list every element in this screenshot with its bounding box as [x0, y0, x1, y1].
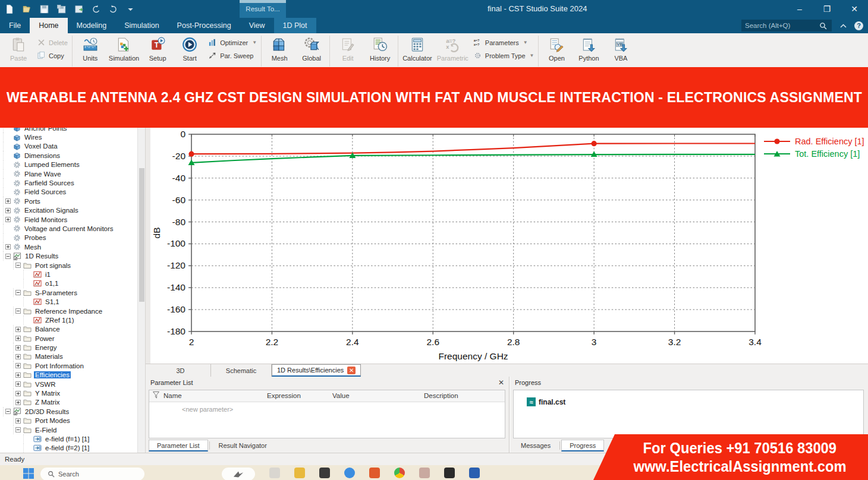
- column-header-name[interactable]: Name: [163, 392, 182, 399]
- expand-icon[interactable]: [5, 198, 11, 204]
- undo-icon[interactable]: [90, 3, 102, 15]
- new-parameter-row[interactable]: <new parameter>: [182, 406, 233, 413]
- tree-item-ports[interactable]: Ports: [0, 197, 137, 206]
- tree-item-z-matrix[interactable]: Z Matrix: [0, 398, 137, 407]
- calculator-button[interactable]: Calculator: [400, 35, 435, 67]
- tab-view[interactable]: View: [240, 18, 274, 33]
- optimizer-button[interactable]: Optimizer▼: [206, 37, 259, 48]
- search-icon[interactable]: [817, 20, 828, 31]
- tree-item-probes[interactable]: Probes: [0, 233, 137, 242]
- app-blue-square-icon[interactable]: [469, 468, 480, 480]
- collapse-icon[interactable]: [5, 254, 11, 259]
- collapse-icon[interactable]: [15, 290, 21, 295]
- tree-item-vswr[interactable]: VSWR: [0, 380, 137, 389]
- bird-app-icon[interactable]: [222, 468, 255, 480]
- tree-item-port-signals[interactable]: Port signals: [0, 261, 137, 270]
- par-sweep-button[interactable]: Par. Sweep: [206, 50, 259, 61]
- tree-item-lumped-elements[interactable]: Lumped Elements: [0, 160, 137, 169]
- column-header-expression[interactable]: Expression: [267, 392, 301, 399]
- tree-item-materials[interactable]: Materials: [0, 352, 137, 361]
- copy-button[interactable]: Copy: [34, 50, 70, 61]
- progress-project-item[interactable]: ≈ final.cst: [527, 397, 565, 406]
- contextual-tab-group[interactable]: Result To...: [240, 0, 286, 18]
- expand-icon[interactable]: [5, 244, 11, 250]
- minimize-button[interactable]: –: [786, 0, 813, 18]
- tab-post-processing[interactable]: Post-Processing: [168, 18, 240, 33]
- tree-item-voxel-data[interactable]: Voxel Data: [0, 142, 137, 151]
- expand-icon[interactable]: [15, 400, 21, 405]
- filter-icon[interactable]: [153, 391, 159, 400]
- terminal-icon[interactable]: [319, 468, 330, 480]
- close-button[interactable]: ✕: [841, 0, 868, 18]
- tree-item-reference-impedance[interactable]: Reference Impedance: [0, 307, 137, 315]
- tree-item-e-field-f-1-1[interactable]: e-field (f=1) [1]: [0, 434, 137, 443]
- help-icon[interactable]: ?: [854, 21, 863, 30]
- tree-item-1d-results[interactable]: 1D Results: [0, 251, 137, 260]
- tab-messages[interactable]: Messages: [513, 440, 558, 451]
- tab-modeling[interactable]: Modeling: [68, 18, 116, 33]
- tree-item-s-parameters[interactable]: S-Parameters: [0, 288, 137, 297]
- tree-item-energy[interactable]: Energy: [0, 343, 137, 352]
- tree-item-i1[interactable]: i1: [0, 270, 137, 279]
- tree-item-port-modes[interactable]: Port Modes: [0, 416, 137, 425]
- collapse-icon[interactable]: [5, 409, 11, 414]
- tab-result-navigator[interactable]: Result Navigator: [211, 440, 275, 451]
- qat-dropdown-icon[interactable]: [124, 3, 136, 15]
- tree-scrollbar[interactable]: [137, 128, 145, 453]
- collapse-icon[interactable]: [15, 263, 21, 268]
- tree-item-farfield-sources[interactable]: Farfield Sources: [0, 178, 137, 187]
- column-header-value[interactable]: Value: [332, 392, 350, 399]
- tree-item-2d-3d-results[interactable]: 2D/3D Results: [0, 407, 137, 416]
- collapse-ribbon-icon[interactable]: [838, 20, 848, 31]
- notepad-icon[interactable]: [269, 468, 280, 480]
- start-button[interactable]: Start: [174, 35, 206, 67]
- expand-icon[interactable]: [15, 327, 21, 332]
- history-button[interactable]: History: [364, 35, 396, 67]
- python-button[interactable]: Python: [573, 35, 605, 67]
- problem-type-button[interactable]: Problem Type▼: [471, 50, 537, 61]
- column-header-description[interactable]: Description: [424, 392, 458, 399]
- tree-item-zref-1-1[interactable]: ZRef 1(1): [0, 315, 137, 324]
- doc-tab-1d-results-efficiencies[interactable]: 1D Results\Efficiencies✕: [272, 364, 361, 377]
- doc-tab-schematic[interactable]: Schematic: [211, 364, 272, 377]
- save-copy-icon[interactable]: [55, 3, 67, 15]
- collapse-icon[interactable]: [15, 427, 21, 432]
- tab-1d-plot[interactable]: 1D Plot: [274, 18, 316, 33]
- tree-scrollbar-thumb[interactable]: [139, 168, 144, 302]
- expand-icon[interactable]: [15, 345, 21, 350]
- tree-item-s1-1[interactable]: S1,1: [0, 297, 137, 306]
- tree-item-excitation-signals[interactable]: Excitation Signals: [0, 206, 137, 215]
- new-file-icon[interactable]: [4, 3, 15, 15]
- file-explorer-icon[interactable]: [294, 468, 305, 480]
- expand-icon[interactable]: [15, 372, 21, 378]
- app-dots-icon[interactable]: [419, 468, 430, 480]
- tree-item-power[interactable]: Power: [0, 334, 137, 343]
- tree-item-wires[interactable]: Wires: [0, 132, 137, 141]
- expand-icon[interactable]: [15, 381, 21, 387]
- tree-item-e-field[interactable]: E-Field: [0, 425, 137, 434]
- mesh-button[interactable]: Mesh: [263, 35, 295, 67]
- maximize-button[interactable]: ❐: [813, 0, 841, 18]
- tree-item-mesh[interactable]: Mesh: [0, 242, 137, 251]
- save-icon[interactable]: [38, 3, 50, 15]
- chrome-icon[interactable]: [394, 468, 405, 480]
- close-icon[interactable]: ✕: [347, 367, 356, 374]
- browser-blue-icon[interactable]: [344, 468, 355, 480]
- tree-item-dimensions[interactable]: Dimensions: [0, 151, 137, 160]
- open-button[interactable]: Open: [540, 35, 573, 67]
- expand-icon[interactable]: [15, 336, 21, 341]
- close-icon[interactable]: ✕: [498, 378, 504, 387]
- tree-item-field-monitors[interactable]: Field Monitors: [0, 215, 137, 224]
- tree-item-efficiencies[interactable]: Efficiencies: [0, 371, 137, 380]
- expand-icon[interactable]: [15, 391, 21, 396]
- tab-file[interactable]: File: [0, 18, 30, 33]
- tree-item-port-information[interactable]: Port Information: [0, 361, 137, 370]
- tab-parameter-list[interactable]: Parameter List: [149, 440, 208, 451]
- tree-item-anchor-points[interactable]: Anchor Points: [0, 128, 137, 132]
- windows-start-icon[interactable]: [23, 468, 34, 480]
- global-button[interactable]: Global: [295, 35, 328, 67]
- app-orange-icon[interactable]: [369, 468, 380, 480]
- tree-item-voltage-and-current-monitors[interactable]: Voltage and Current Monitors: [0, 224, 137, 233]
- tree-item-plane-wave[interactable]: Plane Wave: [0, 169, 137, 178]
- redo-icon[interactable]: [107, 3, 119, 15]
